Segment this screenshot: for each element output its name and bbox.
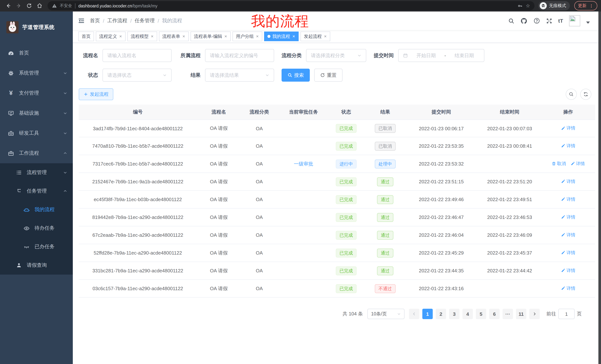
close-icon[interactable]: ×	[119, 34, 122, 38]
page-button-6[interactable]: 6	[489, 309, 500, 319]
cell-category: OA	[241, 126, 278, 131]
prev-page-button[interactable]	[409, 309, 419, 319]
sidebar-item-label: 请假查询	[27, 262, 47, 269]
home-icon[interactable]	[35, 1, 44, 10]
tab-用户分组[interactable]: 用户分组×	[232, 31, 262, 41]
sidebar-item-payment[interactable]: ¥ 支付管理	[0, 83, 73, 103]
sidebar-item-task-management[interactable]: 任务管理	[0, 182, 73, 200]
detail-button[interactable]: 详情	[561, 214, 575, 220]
toggle-search-button[interactable]	[566, 89, 577, 100]
eye-closed-icon	[23, 244, 30, 250]
tab-label: 发起流程	[304, 33, 322, 39]
font-size-icon[interactable]: tT	[558, 18, 563, 24]
tab-流程模型[interactable]: 流程模型×	[127, 31, 157, 41]
goto-page-input[interactable]: 1	[558, 309, 575, 319]
cell-process-name: OA 请假	[197, 214, 241, 220]
tab-流程定义[interactable]: 流程定义×	[96, 31, 126, 41]
close-icon[interactable]: ×	[182, 34, 185, 38]
forward-icon	[14, 1, 23, 10]
more-pages-button[interactable]: ···	[502, 309, 513, 319]
close-icon[interactable]: ×	[292, 34, 295, 38]
sidebar-item-infrastructure[interactable]: 基础设施	[0, 103, 73, 123]
help-icon[interactable]	[533, 18, 540, 24]
detail-button[interactable]: 详情	[561, 143, 575, 149]
detail-button[interactable]: 详情	[561, 232, 575, 238]
detail-button[interactable]: 详情	[561, 179, 575, 185]
search-icon[interactable]	[508, 18, 514, 24]
close-icon[interactable]: ×	[224, 34, 227, 38]
tab-流程表单[interactable]: 流程表单×	[159, 31, 189, 41]
tab-首页[interactable]: 首页	[78, 31, 94, 41]
category-label: 流程分类	[281, 52, 302, 59]
sidebar-item-process-management[interactable]: 流程管理	[0, 163, 73, 182]
detail-button[interactable]: 详情	[561, 196, 575, 203]
cell-submit-time: 2022-01-22 23:53:32	[407, 161, 475, 167]
tab-我的流程[interactable]: 我的流程×	[264, 31, 299, 41]
sidebar-collapse-icon[interactable]	[78, 18, 85, 24]
app-logo-row[interactable]: 芋道管理系统	[0, 11, 73, 43]
table-row: 03c6c157-7b9a-11ec-a290-acde48001122OA 请…	[79, 280, 595, 297]
current-task-link[interactable]: 一级审批	[294, 161, 313, 166]
page-size-select[interactable]: 10条/页	[367, 309, 404, 319]
sidebar-item-home[interactable]: 首页	[0, 43, 73, 63]
cell-category: OA	[241, 250, 278, 256]
process-def-input[interactable]: 请输入流程定义的编号	[205, 49, 274, 62]
avatar[interactable]	[569, 15, 580, 26]
github-icon[interactable]	[521, 17, 527, 24]
tab-发起流程[interactable]: 发起流程×	[300, 31, 330, 41]
breadcrumb-task-management[interactable]: 任务管理	[135, 18, 155, 24]
close-icon[interactable]: ×	[150, 34, 154, 38]
star-icon[interactable]: ☆	[526, 3, 530, 9]
refresh-table-button[interactable]	[580, 89, 591, 100]
caret-down-icon[interactable]	[586, 21, 590, 24]
cell-status: 已完成	[329, 142, 363, 151]
table-row: 67c2eaab-7b9a-11ec-a290-acde48001122OA 请…	[79, 226, 595, 244]
cell-end-time: 2022-01-22 23:46:09	[475, 232, 544, 238]
url-bar[interactable]: 不安全 dashboard.yudao.iocoder.cn/bpm/task/…	[48, 1, 534, 10]
sidebar-item-label: 已办任务	[35, 243, 55, 250]
page-button-4[interactable]: 4	[462, 309, 473, 319]
cancel-button[interactable]: 取消	[551, 161, 566, 167]
sidebar-item-my-process[interactable]: 我的流程	[0, 200, 73, 219]
detail-button[interactable]: 详情	[561, 285, 575, 292]
reset-button[interactable]: 重置	[314, 69, 342, 82]
sidebar-item-leave-query[interactable]: 请假查询	[0, 256, 73, 275]
search-icon	[288, 73, 292, 77]
detail-button[interactable]: 详情	[561, 125, 575, 132]
window-scrollbar[interactable]	[598, 11, 601, 364]
breadcrumb-workflow[interactable]: 工作流程	[107, 18, 127, 24]
sidebar-item-todo-tasks[interactable]: 待办任务	[0, 219, 73, 238]
process-name-input[interactable]: 请输入流程名	[102, 49, 172, 62]
category-select[interactable]: 请选择流程分类	[306, 49, 366, 62]
status-select[interactable]: 请选择状态	[102, 69, 172, 82]
close-icon[interactable]: ×	[256, 34, 259, 38]
submit-time-range-picker[interactable]: 开始日期 - 结束日期	[398, 49, 484, 62]
page-button-11[interactable]: 11	[516, 309, 526, 319]
sidebar-item-workflow[interactable]: 工作流程	[0, 143, 73, 163]
tab-流程表单-编辑[interactable]: 流程表单-编辑×	[190, 31, 231, 41]
detail-button[interactable]: 详情	[570, 161, 585, 167]
table-row: 819442e8-7b9a-11ec-a290-acde48001122OA 请…	[79, 209, 595, 226]
reload-icon[interactable]	[25, 1, 33, 10]
page-button-2[interactable]: 2	[436, 309, 446, 319]
start-process-button[interactable]: 发起流程	[79, 88, 113, 100]
search-button[interactable]: 搜索	[281, 69, 310, 82]
detail-button[interactable]: 详情	[561, 250, 575, 256]
sidebar-item-label: 我的流程	[35, 206, 55, 213]
result-select[interactable]: 请选择流结果	[205, 69, 274, 82]
fullscreen-icon[interactable]	[546, 18, 552, 24]
next-page-button[interactable]	[529, 309, 540, 319]
update-button[interactable]: 更新	[574, 1, 597, 10]
cell-submit-time: 2022-01-22 23:51:15	[407, 179, 475, 184]
close-icon[interactable]: ×	[323, 34, 327, 38]
sidebar-item-done-tasks[interactable]: 已办任务	[0, 238, 73, 256]
page-button-5[interactable]: 5	[476, 309, 486, 319]
breadcrumb-home[interactable]: 首页	[90, 18, 100, 24]
page-button-3[interactable]: 3	[449, 309, 460, 319]
back-icon[interactable]	[4, 1, 13, 10]
detail-button[interactable]: 详情	[561, 268, 575, 274]
sidebar-item-system[interactable]: 系统管理	[0, 63, 73, 83]
key-icon[interactable]	[518, 3, 523, 8]
page-button-1[interactable]: 1	[422, 309, 433, 319]
sidebar-item-dev-tools[interactable]: 研发工具	[0, 123, 73, 143]
